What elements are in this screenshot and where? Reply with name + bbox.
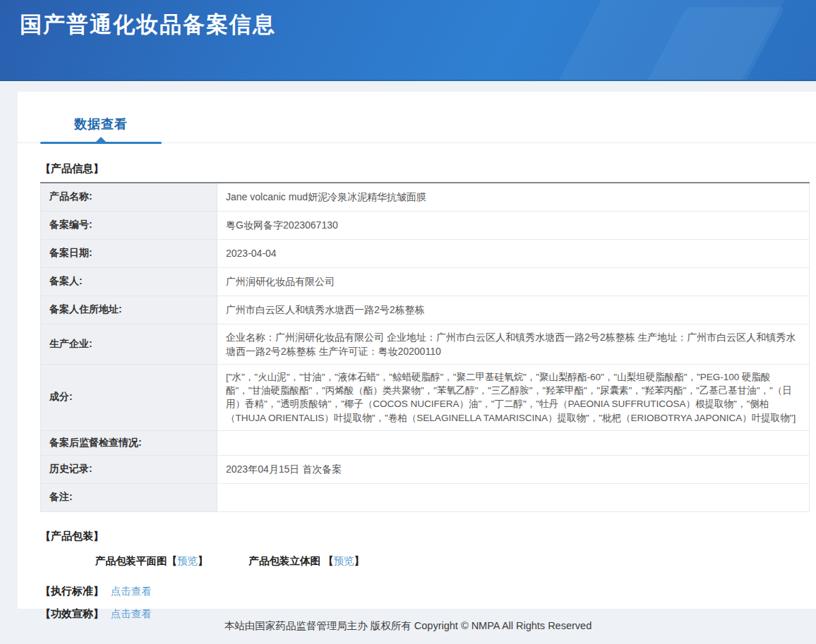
product-info-table: 产品名称: Jane volcanic mud妍泥冷泉冰泥精华抗皱面膜 备案编号… <box>40 182 810 512</box>
row-value: Jane volcanic mud妍泥冷泉冰泥精华抗皱面膜 <box>217 183 810 211</box>
bracket-close: 】 <box>354 555 365 566</box>
section-product-info-label: 【产品信息】 <box>40 162 816 176</box>
table-row: 产品名称: Jane volcanic mud妍泥冷泉冰泥精华抗皱面膜 <box>41 183 810 211</box>
row-value: ["水"，"火山泥"，"甘油"，"液体石蜡"，"鲸蜡硬脂醇"，"聚二甲基硅氧烷"… <box>217 365 810 431</box>
row-label: 产品名称: <box>41 183 217 211</box>
row-label: 备案人住所地址: <box>41 296 217 324</box>
exec-standard-line: 【执行标准】点击查看 <box>40 585 816 598</box>
bracket-close: 】 <box>198 555 208 566</box>
row-label: 备案编号: <box>41 211 217 239</box>
section-packaging-label: 【产品包装】 <box>40 530 816 543</box>
page: 国产普通化妆品备案信息 数据查看 【产品信息】 产品名称: Jane volca… <box>0 0 816 644</box>
table-row: 备案编号: 粤G妆网备字2023067130 <box>41 211 810 239</box>
packaging-stereo-preview-link[interactable]: 预览 <box>334 555 354 566</box>
row-value: 企业名称：广州润研化妆品有限公司 企业地址：广州市白云区人和镇秀水塘西一路2号2… <box>217 324 810 365</box>
tab-active-underline <box>40 142 162 144</box>
copyright-text: 本站由国家药品监督管理局主办 版权所有 Copyright © NMPA All… <box>224 620 592 631</box>
row-value: 广州润研化妆品有限公司 <box>217 267 810 296</box>
table-row: 生产企业: 企业名称：广州润研化妆品有限公司 企业地址：广州市白云区人和镇秀水塘… <box>41 324 810 365</box>
row-value <box>217 430 810 455</box>
tab-active-caret-icon <box>96 137 106 142</box>
page-header: 国产普通化妆品备案信息 <box>0 0 816 81</box>
exec-standard-view-link[interactable]: 点击查看 <box>111 585 152 597</box>
tab-bar: 数据查看 <box>18 113 816 143</box>
row-label: 生产企业: <box>41 324 217 365</box>
table-row: 备案人: 广州润研化妆品有限公司 <box>41 267 810 296</box>
row-label: 备注: <box>41 483 217 511</box>
page-title: 国产普通化妆品备案信息 <box>20 10 276 40</box>
table-row: 备案日期: 2023-04-04 <box>41 239 810 267</box>
row-value: 广州市白云区人和镇秀水塘西一路2号2栋整栋 <box>217 296 810 324</box>
row-label: 历史记录: <box>41 455 217 483</box>
packaging-preview-line: 产品包装平面图【预览】产品包装立体图 【预览】 <box>95 554 816 568</box>
packaging-flat-preview-link[interactable]: 预览 <box>177 555 198 566</box>
table-row: 备案后监督检查情况: <box>41 430 810 455</box>
table-row: 备注: <box>41 483 810 511</box>
tab-data-view[interactable]: 数据查看 <box>40 116 162 144</box>
page-footer: 本站由国家药品监督管理局主办 版权所有 Copyright © NMPA All… <box>0 609 816 644</box>
row-value: 粤G妆网备字2023067130 <box>217 211 810 239</box>
row-label: 成分: <box>41 365 217 431</box>
table-row: 历史记录: 2023年04月15日 首次备案 <box>41 455 810 483</box>
row-value: 2023年04月15日 首次备案 <box>217 455 810 483</box>
section-exec-standard-label: 【执行标准】 <box>40 585 104 597</box>
row-label: 备案人: <box>41 267 217 296</box>
row-value <box>217 483 810 511</box>
bracket-open: 【 <box>323 555 334 566</box>
table-row: 备案人住所地址: 广州市白云区人和镇秀水塘西一路2号2栋整栋 <box>41 296 810 324</box>
packaging-stereo-label: 产品包装立体图 <box>249 555 321 566</box>
table-row-ingredients: 成分: ["水"，"火山泥"，"甘油"，"液体石蜡"，"鲸蜡硬脂醇"，"聚二甲基… <box>41 365 810 431</box>
content-card: 数据查看 【产品信息】 产品名称: Jane volcanic mud妍泥冷泉冰… <box>18 92 816 609</box>
row-label: 备案后监督检查情况: <box>41 430 217 455</box>
packaging-flat-label: 产品包装平面图 <box>95 555 167 566</box>
row-value: 2023-04-04 <box>217 239 810 267</box>
row-label: 备案日期: <box>41 239 217 267</box>
bracket-open: 【 <box>167 555 178 566</box>
